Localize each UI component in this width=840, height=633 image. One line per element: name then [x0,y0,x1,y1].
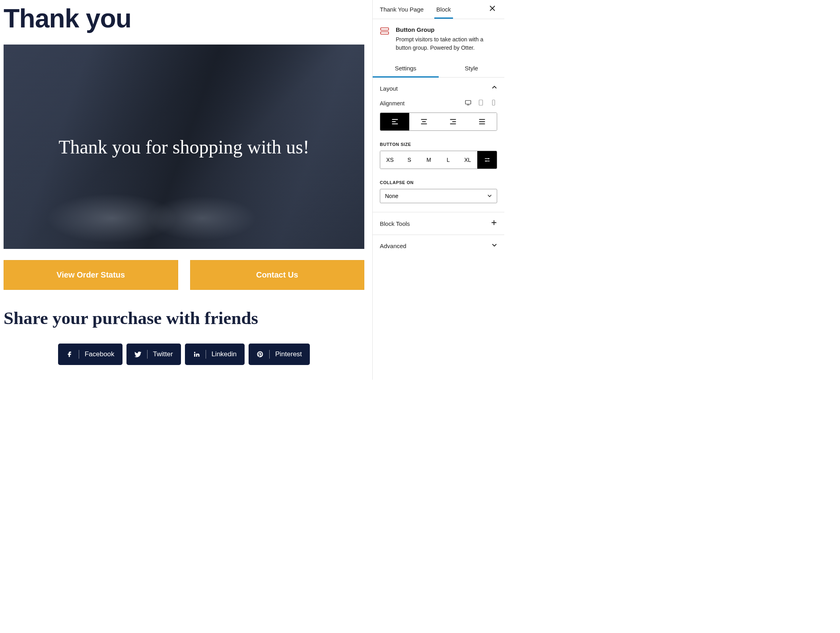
hero-image-block[interactable]: Thank you for shopping with us! [4,45,364,249]
divider [147,350,148,359]
svg-rect-3 [479,100,483,105]
panel-header-layout[interactable]: Layout [373,78,504,99]
contact-us-button[interactable]: Contact Us [190,260,365,290]
size-custom-button[interactable] [477,151,497,169]
panel-header-block-tools[interactable]: Block Tools [373,212,504,235]
tab-block[interactable]: Block [436,0,451,18]
alignment-label: Alignment [380,100,404,107]
panel-title-layout: Layout [380,85,398,92]
block-description: Prompt visitors to take action with a bu… [396,35,497,52]
panel-title-block-tools: Block Tools [380,220,410,227]
facebook-icon [66,351,73,358]
chevron-down-icon [487,193,492,199]
size-s-button[interactable]: S [400,151,419,169]
block-subtabs: Settings Style [373,59,504,78]
collapse-on-select[interactable]: None [380,189,497,203]
collapse-on-value: None [385,193,398,199]
block-name: Button Group [396,26,497,33]
chevron-up-icon [492,85,497,92]
sidebar-tabs: Thank You Page Block [373,0,504,19]
share-heading[interactable]: Share your purchase with friends [4,308,364,328]
size-l-button[interactable]: L [438,151,458,169]
plus-icon [491,219,497,227]
align-center-button[interactable] [409,113,438,130]
collapse-on-label: COLLAPSE ON [380,180,497,185]
view-order-status-button[interactable]: View Order Status [4,260,178,290]
svg-rect-2 [465,101,471,104]
panel-block-tools: Block Tools [373,212,504,235]
divider [79,350,79,359]
svg-rect-4 [492,100,495,105]
align-right-button[interactable] [439,113,468,130]
subtab-settings[interactable]: Settings [373,59,439,77]
size-m-button[interactable]: M [419,151,439,169]
divider [206,350,206,359]
hero-heading[interactable]: Thank you for shopping with us! [58,136,309,158]
facebook-label: Facebook [85,350,115,358]
svg-rect-0 [381,28,389,30]
pinterest-icon [257,351,264,358]
facebook-button[interactable]: Facebook [58,344,122,365]
twitter-label: Twitter [153,350,173,358]
svg-point-5 [488,158,489,159]
settings-sidebar: Thank You Page Block Button Group Prompt… [372,0,504,380]
button-group[interactable]: View Order Status Contact Us [4,260,364,290]
mobile-icon[interactable] [490,99,497,108]
pinterest-label: Pinterest [275,350,302,358]
size-select: XS S M L XL [380,151,497,169]
desktop-icon[interactable] [465,99,472,108]
linkedin-button[interactable]: Linkedin [185,344,245,365]
divider [269,350,270,359]
linkedin-icon [193,351,200,358]
svg-point-6 [485,161,486,162]
svg-rect-1 [381,32,389,34]
twitter-button[interactable]: Twitter [126,344,181,365]
pinterest-button[interactable]: Pinterest [249,344,310,365]
subtab-style[interactable]: Style [439,59,505,77]
close-sidebar-button[interactable] [488,4,497,15]
sliders-icon [484,156,491,163]
panel-advanced: Advanced [373,235,504,256]
align-justify-button[interactable] [468,113,497,130]
linkedin-label: Linkedin [212,350,237,358]
tablet-icon[interactable] [477,99,484,108]
panel-header-advanced[interactable]: Advanced [373,235,504,256]
twitter-icon [134,351,142,358]
button-size-label: BUTTON SIZE [380,142,497,147]
align-left-button[interactable] [380,113,409,130]
panel-layout: Layout Alignment [373,78,504,212]
tab-thank-you-page[interactable]: Thank You Page [380,0,424,18]
size-xl-button[interactable]: XL [458,151,477,169]
social-buttons-row[interactable]: Facebook Twitter Linkedin Pinterest [4,344,364,365]
close-icon [489,5,496,12]
size-xs-button[interactable]: XS [380,151,400,169]
editor-canvas[interactable]: Thank you Thank you for shopping with us… [0,0,372,380]
button-group-icon [380,26,389,36]
alignment-select [380,113,497,131]
panel-title-advanced: Advanced [380,243,406,249]
page-title[interactable]: Thank you [4,3,364,33]
block-header: Button Group Prompt visitors to take act… [373,19,504,59]
chevron-down-icon [492,242,497,249]
